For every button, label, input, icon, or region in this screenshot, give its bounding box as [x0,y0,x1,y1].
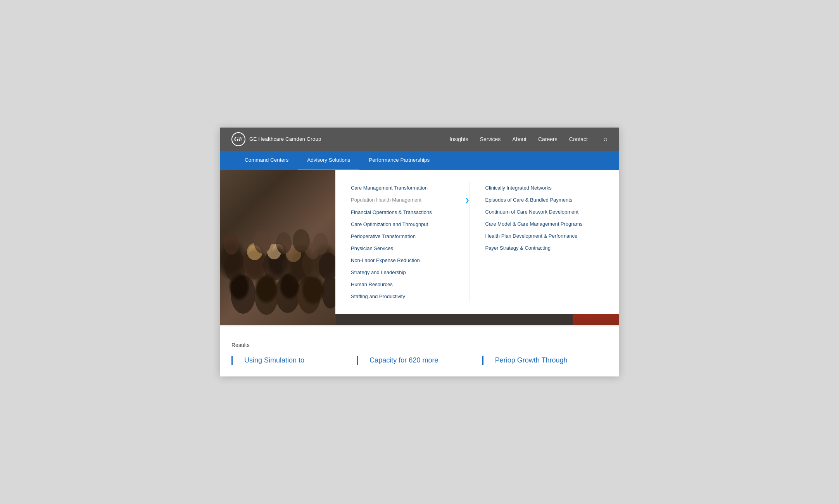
results-cards: Using Simulation to Capacity for 620 mor… [231,356,608,365]
tab-advisory-solutions[interactable]: Advisory Solutions [298,151,359,170]
dropdown-panel: Care Management Transformation Populatio… [335,170,619,314]
svg-point-16 [254,230,271,254]
dropdown-population-health[interactable]: Population Health Management ❯ [351,194,470,206]
dropdown-staffing-productivity[interactable]: Staffing and Productivity [351,290,470,302]
svg-point-17 [276,232,292,254]
hero-area: Command Centers Advisory Solutions Perfo… [220,151,619,325]
page-wrapper: GE GE Healthcare Camden Group Insights S… [220,128,619,376]
dropdown-col-2: Clinically Integrated Networks Episodes … [470,182,604,302]
dropdown-clinically-integrated[interactable]: Clinically Integrated Networks [485,182,604,194]
site-header: GE GE Healthcare Camden Group Insights S… [220,128,619,151]
dropdown-episodes-of-care[interactable]: Episodes of Care & Bundled Payments [485,194,604,206]
services-nav: Command Centers Advisory Solutions Perfo… [220,151,619,170]
dropdown-health-plan[interactable]: Health Plan Development & Performance [485,230,604,242]
dropdown-care-management[interactable]: Care Management Transformation [351,182,470,194]
dropdown-perioperative[interactable]: Perioperative Transformation [351,230,470,242]
ge-logo-icon: GE [231,132,245,146]
svg-point-11 [255,278,278,315]
dropdown-payer-strategy[interactable]: Payer Strategy & Contracting [485,242,604,254]
chevron-right-icon: ❯ [465,197,470,203]
result-card-title-1: Using Simulation to [244,356,341,365]
dropdown-financial-operations[interactable]: Financial Operations & Transactions [351,206,470,218]
result-card-3[interactable]: Periop Growth Through [482,356,604,365]
logo-area: GE GE Healthcare Camden Group [231,132,449,146]
svg-point-10 [231,275,255,314]
dropdown-physician-services[interactable]: Physician Services [351,242,470,254]
nav-insights[interactable]: Insights [449,135,468,144]
nav-careers[interactable]: Careers [538,135,558,144]
dropdown-human-resources[interactable]: Human Resources [351,278,470,290]
nav-contact[interactable]: Contact [569,135,588,144]
svg-point-12 [275,274,300,313]
main-nav: Insights Services About Careers Contact … [449,135,608,144]
svg-point-19 [313,233,328,255]
result-card-title-3: Periop Growth Through [495,356,592,365]
search-icon[interactable]: ⌕ [603,135,608,143]
result-card-1[interactable]: Using Simulation to [231,356,353,365]
tab-performance-partnerships[interactable]: Performance Partnerships [359,151,439,170]
svg-point-15 [224,233,239,255]
result-card-title-2: Capacity for 620 more [369,356,466,365]
tab-command-centers[interactable]: Command Centers [235,151,298,170]
hero-image-left [220,151,336,325]
dropdown-strategy-leadership[interactable]: Strategy and Leadership [351,266,470,278]
results-label: Results [231,342,608,348]
nav-services[interactable]: Services [480,135,501,144]
ge-initials: GE [234,136,243,143]
dropdown-continuum-care[interactable]: Continuum of Care Network Development [485,206,604,218]
dropdown-care-optimization[interactable]: Care Optimization and Throughput [351,218,470,230]
svg-point-14 [322,276,336,309]
svg-point-18 [293,229,310,252]
nav-about[interactable]: About [512,135,527,144]
dropdown-col-1: Care Management Transformation Populatio… [351,182,470,302]
logo-text: GE Healthcare Camden Group [249,136,321,142]
results-section: Results Using Simulation to Capacity for… [220,325,619,376]
result-card-2[interactable]: Capacity for 620 more [357,356,478,365]
dropdown-care-model[interactable]: Care Model & Care Management Programs [485,218,604,230]
dropdown-non-labor[interactable]: Non-Labor Expense Reduction [351,254,470,266]
svg-point-13 [297,276,321,314]
